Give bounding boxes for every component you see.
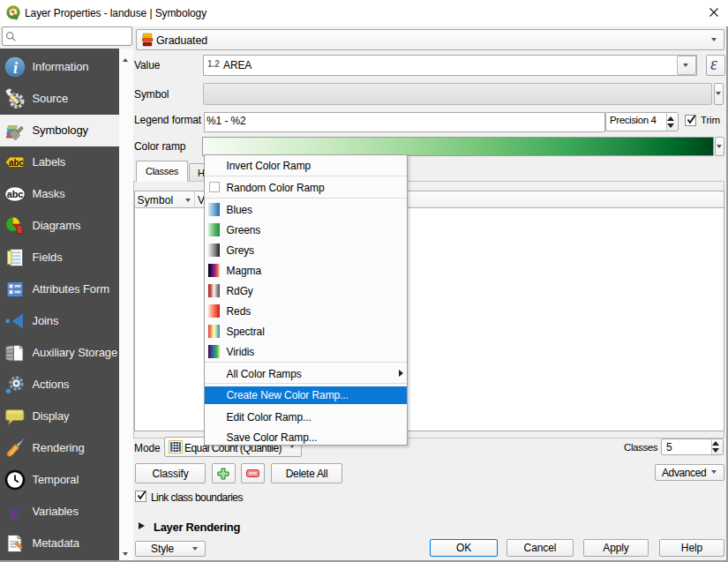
svg-text:abc: abc: [9, 158, 24, 168]
svg-text:i: i: [13, 59, 18, 77]
svg-text:abc: abc: [7, 189, 24, 199]
svg-text:ε: ε: [11, 501, 20, 522]
